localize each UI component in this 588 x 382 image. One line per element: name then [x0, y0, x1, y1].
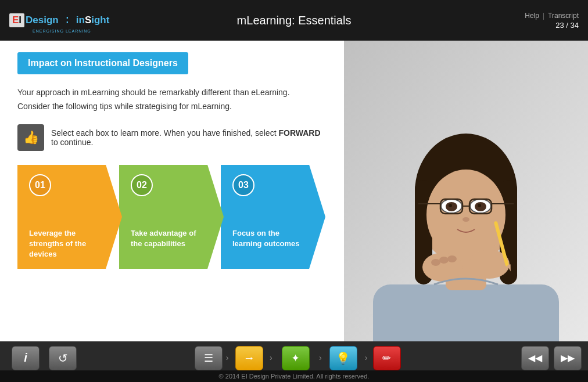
body-line2: Consider the following tips while strate…: [17, 100, 325, 114]
instruction-row: 👍 Select each box to learn more. When yo…: [17, 124, 325, 151]
box-number-1: 01: [29, 174, 51, 196]
know-more-icon: 💡: [329, 346, 357, 370]
help-link[interactable]: Help: [525, 12, 539, 20]
box-number-2: 02: [131, 174, 153, 196]
logo-design: Design: [26, 15, 59, 26]
sep3-icon: ›: [319, 353, 322, 362]
sep1-icon: ›: [226, 353, 229, 362]
previous-icon: ◀◀: [521, 346, 549, 370]
body-text: Your approach in mLearning should be rem…: [17, 86, 325, 114]
sep4-icon: ›: [365, 353, 368, 362]
course-title: mLearning: Essentials: [237, 14, 352, 27]
arrow-box-3[interactable]: 03 Focus on the learning outcomes: [221, 165, 325, 269]
box-label-1: Leverage the strengths of the devices: [29, 228, 105, 260]
box-label-3: Focus on the learning outcomes: [232, 228, 308, 249]
course-info-icon: i: [12, 346, 40, 370]
arrow-box-1[interactable]: 01 Leverage the strengths of the devices: [17, 165, 122, 269]
copyright-text: © 2014 EI Design Private Limited. All ri…: [219, 373, 370, 380]
slide-counter: 23 / 34: [555, 21, 579, 30]
replay-icon: ↺: [49, 346, 77, 370]
body-line1: Your approach in mLearning should be rem…: [17, 86, 325, 100]
tagline: ENERGISING LEARNING: [33, 29, 91, 33]
content-area: Impact on Instructional Designers Your a…: [0, 41, 588, 341]
page-title: Impact on Instructional Designers: [28, 58, 178, 68]
svg-rect-2: [373, 284, 559, 341]
thumb-icon: 👍: [17, 124, 44, 151]
svg-point-26: [439, 257, 449, 264]
box-label-2: Take advantage of the capabilities: [131, 228, 206, 249]
page-title-banner: Impact on Instructional Designers: [17, 52, 188, 74]
left-content: Impact on Instructional Designers Your a…: [0, 41, 343, 280]
help-transcript-links: Help | Transcript: [525, 12, 579, 20]
svg-point-14: [478, 204, 481, 207]
svg-point-25: [431, 259, 440, 266]
learn-about-icon: ✦: [282, 346, 310, 370]
svg-point-20: [462, 217, 469, 222]
top-right-info: Help | Transcript 23 / 34: [525, 12, 579, 30]
logo-insight: inSight: [76, 15, 110, 26]
transcript-link[interactable]: Transcript: [548, 12, 579, 20]
box-number-3: 03: [232, 174, 254, 196]
svg-point-8: [426, 170, 505, 260]
menu-icon: ☰: [195, 346, 223, 370]
svg-point-27: [447, 255, 457, 262]
thumbs-up-icon: 👍: [23, 130, 39, 145]
svg-point-13: [449, 204, 452, 207]
arrow-box-2[interactable]: 02 Take advantage of the capabilities: [119, 165, 224, 269]
woman-image: [344, 41, 588, 341]
logo-area: EI Design ∶ inSight ENERGISING LEARNING: [9, 13, 109, 28]
sep2-icon: ›: [270, 353, 273, 362]
instruction-text: Select each box to learn more. When you …: [51, 128, 325, 147]
copyright-bar: © 2014 EI Design Private Limited. All ri…: [0, 370, 588, 382]
arrow-boxes: 01 Leverage the strengths of the devices…: [17, 165, 325, 269]
test-zone-icon: ✏: [373, 346, 401, 370]
woman-svg: [344, 41, 588, 341]
begin-with-icon: →: [235, 346, 263, 370]
link-separator: |: [543, 12, 544, 20]
forward-icon: ▶▶: [554, 346, 582, 370]
logo-ei: EI: [9, 13, 24, 27]
logo-separator-icon: ∶: [66, 13, 69, 28]
top-bar: EI Design ∶ inSight ENERGISING LEARNING …: [0, 0, 588, 41]
